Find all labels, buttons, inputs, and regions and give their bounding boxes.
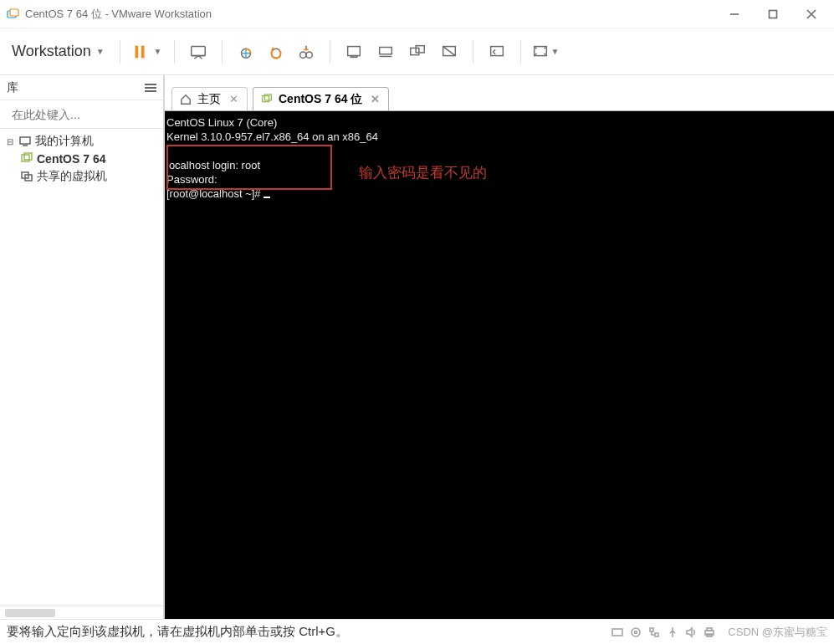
tree-item-shared-vms[interactable]: 共享的虚拟机 [3,167,163,186]
tab-strip: 主页 ✕ CentOS 7 64 位 ✕ [165,82,834,110]
network-icon[interactable] [647,626,661,639]
tree-item-mycomputer[interactable]: ⊟ 我的计算机 [3,132,163,151]
svg-point-35 [632,628,640,636]
printer-icon[interactable] [703,626,716,639]
tab-vm-centos[interactable]: CentOS 7 64 位 ✕ [253,87,389,110]
collapse-icon: ⊟ [7,137,15,146]
terminal-output: CentOS Linux 7 (Core) Kernel 3.10.0-957.… [165,111,834,203]
vmware-logo-icon [7,8,20,21]
tree-item-label: 共享的虚拟机 [37,169,107,184]
cd-icon[interactable] [629,626,642,639]
svg-rect-26 [20,137,30,144]
svg-rect-34 [612,629,622,636]
library-scrollbar[interactable] [0,606,163,619]
tab-gutter [165,75,834,82]
library-title: 库 [7,80,18,95]
svg-rect-38 [655,633,658,636]
annotation-text: 输入密码是看不见的 [359,163,487,182]
manage-snapshots-button[interactable] [293,38,320,65]
separator [520,40,521,64]
svg-rect-15 [350,55,356,57]
tree-item-vm-centos[interactable]: CentOS 7 64 [3,151,163,167]
window-controls [715,2,831,27]
workstation-menu-label: Workstation [12,43,91,60]
home-icon [179,93,192,106]
computer-icon [18,135,32,148]
tree-item-label: CentOS 7 64 [37,152,105,166]
pause-icon [130,43,149,61]
separator [473,40,473,64]
library-tree: ⊟ 我的计算机 CentOS 7 64 共享的虚拟机 [0,129,163,606]
svg-rect-3 [770,10,777,18]
svg-rect-40 [707,628,712,631]
close-button[interactable] [792,2,831,27]
vm-icon [260,93,274,106]
maximize-button[interactable] [754,2,792,27]
svg-line-21 [443,46,455,55]
library-menu-icon[interactable] [145,84,156,92]
svg-rect-33 [264,94,271,100]
fullscreen-button[interactable]: ▼ [531,38,561,65]
svg-rect-19 [416,45,424,52]
view-multi-monitors-button[interactable] [404,38,431,65]
svg-rect-1 [10,9,18,16]
svg-rect-14 [347,46,360,55]
svg-rect-37 [650,628,653,631]
separator [174,40,175,64]
status-hint: 要将输入定向到该虚拟机，请在虚拟机内部单击或按 Ctrl+G。 [7,624,348,640]
svg-rect-16 [379,47,391,54]
view-console-button[interactable] [340,38,367,65]
revert-snapshot-button[interactable] [263,38,289,65]
chevron-down-icon: ▼ [95,47,106,56]
chevron-down-icon: ▼ [550,47,561,56]
separator [120,40,120,64]
svg-rect-22 [490,46,503,55]
stretch-guest-button[interactable] [436,38,463,65]
library-pane: 库 ▼ ⊟ 我的计算机 CentOS 7 64 共享的虚拟机 [0,75,165,619]
tab-close-icon[interactable]: ✕ [367,93,380,105]
content-pane: 主页 ✕ CentOS 7 64 位 ✕ CentOS Linux 7 (Cor… [165,75,834,619]
disk-icon[interactable] [611,626,624,639]
power-control[interactable]: ▼ [130,43,164,61]
take-snapshot-button[interactable] [233,38,259,65]
status-bar: 要将输入定向到该虚拟机，请在虚拟机内部单击或按 Ctrl+G。 CSDN @东蜜… [0,619,834,644]
usb-icon[interactable] [666,626,679,639]
svg-rect-29 [24,153,32,160]
view-thumbnails-button[interactable] [372,38,399,65]
main-area: 库 ▼ ⊟ 我的计算机 CentOS 7 64 共享的虚拟机 [0,75,834,619]
tree-item-label: 我的计算机 [35,134,94,149]
watermark-text: CSDN @东蜜与糖宝 [728,625,827,640]
status-tray: CSDN @东蜜与糖宝 [611,625,827,640]
window-titlebar: CentOS 7 64 位 - VMware Workstation [0,0,834,28]
vm-icon [20,152,33,166]
tab-close-icon[interactable]: ✕ [226,93,238,105]
library-header: 库 [0,75,163,100]
scrollbar-thumb[interactable] [5,609,55,617]
terminal-view[interactable]: CentOS Linux 7 (Core) Kernel 3.10.0-957.… [165,110,834,619]
separator [330,40,330,64]
library-search: ▼ [0,100,163,129]
separator [222,40,223,64]
search-input[interactable] [10,107,160,122]
send-ctrl-alt-del-button[interactable] [185,38,212,65]
svg-rect-32 [263,95,269,101]
svg-point-12 [299,52,305,58]
svg-rect-28 [22,155,29,161]
toolbar: Workstation ▼ ▼ ▼ [0,28,834,75]
window-title: CentOS 7 64 位 - VMware Workstation [25,7,212,22]
chevron-down-icon: ▼ [152,47,164,56]
workstation-menu[interactable]: Workstation ▼ [8,41,110,62]
tab-home[interactable]: 主页 ✕ [171,87,248,110]
svg-rect-6 [135,45,138,58]
unity-button[interactable] [484,38,510,65]
terminal-cursor [264,197,270,198]
shared-vms-icon [20,170,33,183]
tab-label: 主页 [197,92,221,107]
minimize-button[interactable] [715,2,754,27]
svg-rect-18 [410,48,418,54]
svg-point-13 [306,52,312,58]
svg-point-36 [635,631,637,633]
snapshot-toolbar [233,38,320,65]
sound-icon[interactable] [684,626,698,639]
svg-rect-7 [141,45,144,58]
